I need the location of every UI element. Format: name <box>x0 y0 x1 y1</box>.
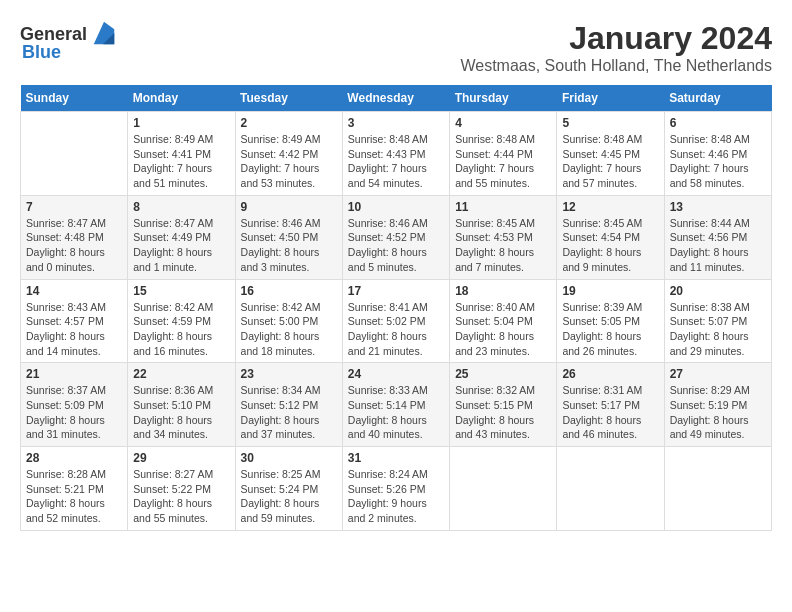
calendar-cell: 30Sunrise: 8:25 AM Sunset: 5:24 PM Dayli… <box>235 447 342 531</box>
day-number: 13 <box>670 200 766 214</box>
day-number: 9 <box>241 200 337 214</box>
col-header-thursday: Thursday <box>450 85 557 112</box>
day-info: Sunrise: 8:34 AM Sunset: 5:12 PM Dayligh… <box>241 383 337 442</box>
day-info: Sunrise: 8:42 AM Sunset: 4:59 PM Dayligh… <box>133 300 229 359</box>
day-number: 24 <box>348 367 444 381</box>
calendar-cell: 24Sunrise: 8:33 AM Sunset: 5:14 PM Dayli… <box>342 363 449 447</box>
day-info: Sunrise: 8:24 AM Sunset: 5:26 PM Dayligh… <box>348 467 444 526</box>
day-number: 28 <box>26 451 122 465</box>
subtitle: Westmaas, South Holland, The Netherlands <box>460 57 772 75</box>
day-info: Sunrise: 8:31 AM Sunset: 5:17 PM Dayligh… <box>562 383 658 442</box>
day-info: Sunrise: 8:25 AM Sunset: 5:24 PM Dayligh… <box>241 467 337 526</box>
week-row-4: 21Sunrise: 8:37 AM Sunset: 5:09 PM Dayli… <box>21 363 772 447</box>
calendar-cell: 16Sunrise: 8:42 AM Sunset: 5:00 PM Dayli… <box>235 279 342 363</box>
calendar-cell: 25Sunrise: 8:32 AM Sunset: 5:15 PM Dayli… <box>450 363 557 447</box>
week-row-5: 28Sunrise: 8:28 AM Sunset: 5:21 PM Dayli… <box>21 447 772 531</box>
calendar-cell: 13Sunrise: 8:44 AM Sunset: 4:56 PM Dayli… <box>664 195 771 279</box>
day-number: 26 <box>562 367 658 381</box>
calendar-cell: 27Sunrise: 8:29 AM Sunset: 5:19 PM Dayli… <box>664 363 771 447</box>
day-number: 14 <box>26 284 122 298</box>
day-info: Sunrise: 8:33 AM Sunset: 5:14 PM Dayligh… <box>348 383 444 442</box>
calendar-cell: 4Sunrise: 8:48 AM Sunset: 4:44 PM Daylig… <box>450 112 557 196</box>
day-number: 10 <box>348 200 444 214</box>
col-header-saturday: Saturday <box>664 85 771 112</box>
calendar-cell: 20Sunrise: 8:38 AM Sunset: 5:07 PM Dayli… <box>664 279 771 363</box>
logo-icon <box>90 20 118 48</box>
calendar-cell: 2Sunrise: 8:49 AM Sunset: 4:42 PM Daylig… <box>235 112 342 196</box>
day-info: Sunrise: 8:29 AM Sunset: 5:19 PM Dayligh… <box>670 383 766 442</box>
day-info: Sunrise: 8:48 AM Sunset: 4:43 PM Dayligh… <box>348 132 444 191</box>
day-number: 16 <box>241 284 337 298</box>
day-number: 18 <box>455 284 551 298</box>
calendar-cell: 5Sunrise: 8:48 AM Sunset: 4:45 PM Daylig… <box>557 112 664 196</box>
day-number: 17 <box>348 284 444 298</box>
day-number: 5 <box>562 116 658 130</box>
day-number: 22 <box>133 367 229 381</box>
day-info: Sunrise: 8:32 AM Sunset: 5:15 PM Dayligh… <box>455 383 551 442</box>
day-info: Sunrise: 8:42 AM Sunset: 5:00 PM Dayligh… <box>241 300 337 359</box>
day-info: Sunrise: 8:36 AM Sunset: 5:10 PM Dayligh… <box>133 383 229 442</box>
calendar-cell: 21Sunrise: 8:37 AM Sunset: 5:09 PM Dayli… <box>21 363 128 447</box>
col-header-tuesday: Tuesday <box>235 85 342 112</box>
day-number: 25 <box>455 367 551 381</box>
calendar-cell: 26Sunrise: 8:31 AM Sunset: 5:17 PM Dayli… <box>557 363 664 447</box>
calendar-cell: 31Sunrise: 8:24 AM Sunset: 5:26 PM Dayli… <box>342 447 449 531</box>
calendar-cell <box>450 447 557 531</box>
col-header-monday: Monday <box>128 85 235 112</box>
day-info: Sunrise: 8:39 AM Sunset: 5:05 PM Dayligh… <box>562 300 658 359</box>
calendar-cell: 6Sunrise: 8:48 AM Sunset: 4:46 PM Daylig… <box>664 112 771 196</box>
title-block: January 2024 Westmaas, South Holland, Th… <box>460 20 772 75</box>
calendar-cell: 14Sunrise: 8:43 AM Sunset: 4:57 PM Dayli… <box>21 279 128 363</box>
calendar-cell: 1Sunrise: 8:49 AM Sunset: 4:41 PM Daylig… <box>128 112 235 196</box>
day-number: 30 <box>241 451 337 465</box>
col-header-friday: Friday <box>557 85 664 112</box>
calendar-cell: 28Sunrise: 8:28 AM Sunset: 5:21 PM Dayli… <box>21 447 128 531</box>
page-header: General Blue January 2024 Westmaas, Sout… <box>20 20 772 75</box>
col-header-wednesday: Wednesday <box>342 85 449 112</box>
day-info: Sunrise: 8:45 AM Sunset: 4:54 PM Dayligh… <box>562 216 658 275</box>
calendar-cell: 12Sunrise: 8:45 AM Sunset: 4:54 PM Dayli… <box>557 195 664 279</box>
calendar-cell: 29Sunrise: 8:27 AM Sunset: 5:22 PM Dayli… <box>128 447 235 531</box>
calendar-header-row: SundayMondayTuesdayWednesdayThursdayFrid… <box>21 85 772 112</box>
logo: General Blue <box>20 20 118 63</box>
day-info: Sunrise: 8:49 AM Sunset: 4:41 PM Dayligh… <box>133 132 229 191</box>
day-number: 11 <box>455 200 551 214</box>
day-number: 27 <box>670 367 766 381</box>
day-info: Sunrise: 8:48 AM Sunset: 4:45 PM Dayligh… <box>562 132 658 191</box>
day-number: 31 <box>348 451 444 465</box>
calendar-cell: 23Sunrise: 8:34 AM Sunset: 5:12 PM Dayli… <box>235 363 342 447</box>
calendar-cell: 11Sunrise: 8:45 AM Sunset: 4:53 PM Dayli… <box>450 195 557 279</box>
calendar-cell: 22Sunrise: 8:36 AM Sunset: 5:10 PM Dayli… <box>128 363 235 447</box>
calendar-cell: 19Sunrise: 8:39 AM Sunset: 5:05 PM Dayli… <box>557 279 664 363</box>
day-info: Sunrise: 8:47 AM Sunset: 4:49 PM Dayligh… <box>133 216 229 275</box>
calendar-cell <box>21 112 128 196</box>
day-info: Sunrise: 8:43 AM Sunset: 4:57 PM Dayligh… <box>26 300 122 359</box>
day-info: Sunrise: 8:28 AM Sunset: 5:21 PM Dayligh… <box>26 467 122 526</box>
main-title: January 2024 <box>460 20 772 57</box>
col-header-sunday: Sunday <box>21 85 128 112</box>
day-info: Sunrise: 8:40 AM Sunset: 5:04 PM Dayligh… <box>455 300 551 359</box>
day-info: Sunrise: 8:47 AM Sunset: 4:48 PM Dayligh… <box>26 216 122 275</box>
day-number: 1 <box>133 116 229 130</box>
week-row-1: 1Sunrise: 8:49 AM Sunset: 4:41 PM Daylig… <box>21 112 772 196</box>
calendar-cell: 7Sunrise: 8:47 AM Sunset: 4:48 PM Daylig… <box>21 195 128 279</box>
day-info: Sunrise: 8:48 AM Sunset: 4:44 PM Dayligh… <box>455 132 551 191</box>
calendar-cell: 15Sunrise: 8:42 AM Sunset: 4:59 PM Dayli… <box>128 279 235 363</box>
calendar-cell: 9Sunrise: 8:46 AM Sunset: 4:50 PM Daylig… <box>235 195 342 279</box>
day-number: 19 <box>562 284 658 298</box>
day-info: Sunrise: 8:44 AM Sunset: 4:56 PM Dayligh… <box>670 216 766 275</box>
week-row-2: 7Sunrise: 8:47 AM Sunset: 4:48 PM Daylig… <box>21 195 772 279</box>
day-number: 23 <box>241 367 337 381</box>
day-number: 2 <box>241 116 337 130</box>
day-info: Sunrise: 8:38 AM Sunset: 5:07 PM Dayligh… <box>670 300 766 359</box>
day-info: Sunrise: 8:46 AM Sunset: 4:52 PM Dayligh… <box>348 216 444 275</box>
calendar-cell <box>664 447 771 531</box>
calendar-cell: 17Sunrise: 8:41 AM Sunset: 5:02 PM Dayli… <box>342 279 449 363</box>
day-number: 15 <box>133 284 229 298</box>
day-info: Sunrise: 8:48 AM Sunset: 4:46 PM Dayligh… <box>670 132 766 191</box>
day-number: 3 <box>348 116 444 130</box>
day-number: 21 <box>26 367 122 381</box>
day-number: 7 <box>26 200 122 214</box>
calendar-cell: 3Sunrise: 8:48 AM Sunset: 4:43 PM Daylig… <box>342 112 449 196</box>
calendar-cell <box>557 447 664 531</box>
